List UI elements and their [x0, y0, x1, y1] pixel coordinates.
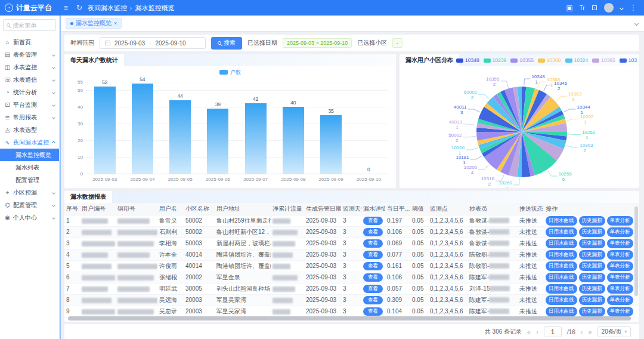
history-leak-button[interactable]: 历史漏损	[579, 284, 605, 294]
daily-water-curve-button[interactable]: 日用水曲线	[546, 227, 577, 237]
pie-legend-item[interactable]: 10365	[592, 57, 615, 63]
refresh-icon[interactable]: ↻	[76, 4, 82, 12]
bar[interactable]	[207, 109, 228, 174]
sidebar-item-meter-monitor[interactable]: ◫水表监控	[0, 61, 59, 73]
view-detail-button[interactable]: 查看	[363, 273, 383, 282]
history-leak-button[interactable]: 历史漏损	[579, 295, 605, 305]
font-size-icon[interactable]: Tr	[580, 5, 585, 11]
sidebar-search[interactable]	[3, 19, 56, 31]
single-meter-analysis-button[interactable]: 单表分析	[607, 250, 633, 260]
chevron-down-icon[interactable]	[620, 5, 624, 10]
view-detail-button[interactable]: 查看	[363, 239, 383, 248]
sidebar-item-sub[interactable]: 漏水监控概览	[0, 149, 59, 161]
sidebar-item-sub[interactable]: 漏水列表	[0, 161, 59, 174]
view-detail-button[interactable]: 查看	[363, 251, 383, 259]
single-meter-analysis-button[interactable]: 单表分析	[607, 239, 633, 248]
history-leak-button[interactable]: 历史漏损	[579, 216, 605, 226]
view-detail-button[interactable]: 查看	[363, 217, 383, 225]
collapse-menu-icon[interactable]: ≡	[64, 4, 68, 12]
daily-water-curve-button[interactable]: 日用水曲线	[546, 307, 577, 316]
sidebar-item-meter-comm[interactable]: ☏水表通信	[0, 73, 59, 86]
view-detail-button[interactable]: 查看	[363, 285, 383, 293]
legend-prev-icon[interactable]: ◂	[435, 57, 437, 63]
view-detail-button[interactable]: 查看	[363, 296, 383, 304]
daily-water-curve-button[interactable]: 日用水曲线	[546, 295, 577, 305]
bar[interactable]	[94, 87, 116, 174]
sidebar-item-user[interactable]: ◉个人中心	[0, 211, 59, 224]
date-start: 2025-09-03	[114, 40, 145, 47]
sidebar-item-config[interactable]: ⌬配置管理	[0, 199, 59, 211]
breadcrumb-parent[interactable]: 夜间漏水监控	[88, 4, 127, 13]
bar[interactable]	[169, 100, 191, 174]
history-leak-button[interactable]: 历史漏损	[579, 250, 605, 260]
view-detail-button[interactable]: 查看	[363, 228, 383, 236]
sidebar-item-leak-monitor[interactable]: ∿夜间漏水监控	[0, 136, 59, 149]
sidebar-item-platform[interactable]: ⊡平台监测	[0, 98, 59, 111]
tab-leak-overview[interactable]: 漏水监控概览 ×	[66, 18, 122, 29]
bar-legend[interactable]: 户数	[64, 67, 396, 77]
table-header-cell[interactable]: 推送状态▽	[518, 203, 544, 215]
search-button[interactable]: 搜索	[211, 37, 242, 50]
pie-legend-item[interactable]: 10239	[484, 57, 507, 63]
fullscreen-icon[interactable]: ⊡	[592, 4, 597, 12]
daily-water-curve-button[interactable]: 日用水曲线	[546, 261, 577, 271]
daily-water-curve-button[interactable]: 日用水曲线	[546, 284, 577, 294]
vertical-scrollbar[interactable]	[634, 207, 638, 296]
tabbar-chevron-icon[interactable]	[634, 21, 639, 25]
date-range-input[interactable]: 2025-09-03 - 2025-09-10	[100, 37, 206, 49]
table-card: 漏水数据报表 序号用户编号钢印号用户名小区名称用户地址净累计流量生成告警日期监测…	[64, 191, 639, 322]
legend-next-icon[interactable]: ▸	[450, 57, 452, 63]
single-meter-analysis-button[interactable]: 单表分析	[607, 216, 633, 226]
history-leak-button[interactable]: 历史漏损	[579, 307, 605, 316]
search-input[interactable]	[13, 22, 52, 29]
pie-label-line	[470, 156, 482, 159]
daily-water-curve-button[interactable]: 日用水曲线	[546, 239, 577, 248]
bar[interactable]	[320, 115, 342, 174]
bar[interactable]	[132, 84, 153, 174]
page-input[interactable]	[544, 326, 562, 337]
single-meter-analysis-button[interactable]: 单表分析	[607, 273, 633, 282]
sidebar-item-sub[interactable]: 配置管理	[0, 174, 59, 186]
sidebar-item-home[interactable]: ⌂新首页	[0, 36, 59, 48]
daily-water-curve-button[interactable]: 日用水曲线	[546, 250, 577, 260]
sidebar-item-selection[interactable]: ◬水表选型	[0, 124, 59, 136]
sidebar-item-meter-admin[interactable]: ▤表务管理	[0, 48, 59, 61]
last-page-button[interactable]: »	[588, 328, 592, 335]
prev-page-button[interactable]: ‹	[536, 328, 538, 335]
more-icon[interactable]: ⋮	[630, 4, 637, 12]
pie-legend-item[interactable]: 10368	[538, 57, 561, 63]
single-meter-analysis-button[interactable]: 单表分析	[607, 227, 633, 237]
history-leak-button[interactable]: 历史漏损	[579, 273, 605, 282]
pie-legend-item[interactable]: 10324	[565, 57, 589, 63]
sidebar-item-report[interactable]: ≣常用报表	[0, 111, 59, 124]
masked-text	[489, 297, 509, 303]
tab-close-icon[interactable]: ×	[114, 20, 117, 26]
gallery-icon[interactable]: ▣	[566, 4, 573, 12]
sidebar-item-stats[interactable]: ◔统计分析	[0, 86, 59, 98]
sidebar-item-community[interactable]: ⌖小区控漏	[0, 186, 59, 199]
horizontal-scrollbar[interactable]	[68, 316, 631, 320]
single-meter-analysis-button[interactable]: 单表分析	[607, 261, 633, 271]
bar[interactable]	[283, 107, 304, 174]
history-leak-button[interactable]: 历史漏损	[579, 261, 605, 271]
page-size-select[interactable]: 20条/页 ▾	[597, 326, 631, 337]
pie-legend-item[interactable]: 10355	[510, 57, 534, 63]
single-meter-analysis-button[interactable]: 单表分析	[607, 295, 633, 305]
view-detail-button[interactable]: 查看	[363, 262, 383, 270]
pie-legend-item[interactable]: 103	[620, 57, 637, 63]
pie-legend-item[interactable]: 10348	[456, 57, 479, 63]
avatar[interactable]	[604, 3, 614, 13]
daily-water-curve-button[interactable]: 日用水曲线	[546, 216, 577, 226]
daily-water-curve-button[interactable]: 日用水曲线	[546, 273, 577, 282]
config-icon: ⌬	[4, 202, 11, 208]
view-detail-button[interactable]: 查看	[363, 307, 383, 316]
table-cell: 0.197	[385, 215, 410, 226]
next-page-button[interactable]: ›	[581, 328, 583, 335]
history-leak-button[interactable]: 历史漏损	[579, 227, 605, 237]
single-meter-analysis-button[interactable]: 单表分析	[607, 307, 633, 316]
single-meter-analysis-button[interactable]: 单表分析	[607, 284, 633, 294]
first-page-button[interactable]: «	[527, 328, 531, 335]
history-leak-button[interactable]: 历史漏损	[579, 239, 605, 248]
bar[interactable]	[245, 103, 267, 174]
actions-cell: 日用水曲线历史漏损单表分析	[544, 306, 639, 317]
